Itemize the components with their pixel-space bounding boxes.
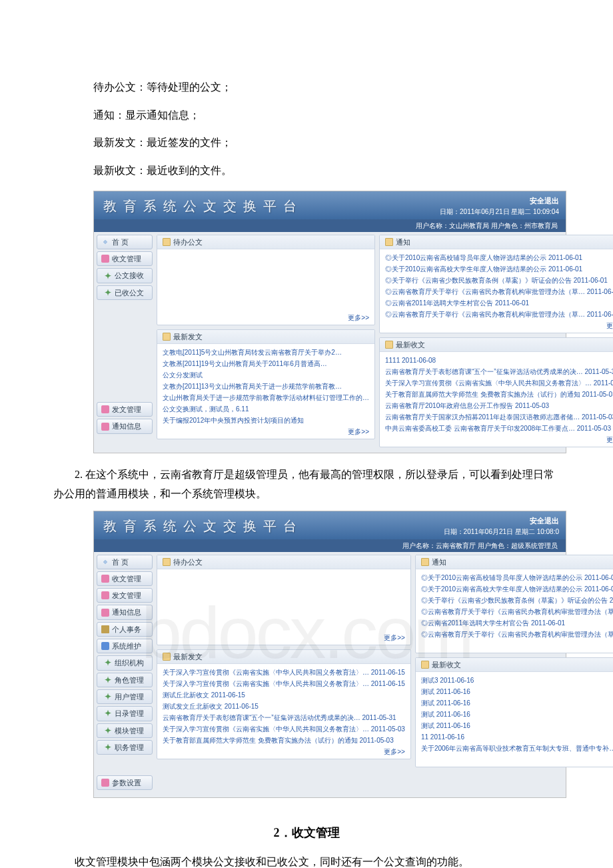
list-item[interactable]: 测试 2011-06-16 <box>421 686 613 697</box>
sidebar-item[interactable]: ✦日录管理 <box>97 706 153 721</box>
pink-icon <box>101 423 109 431</box>
sidebar-item[interactable]: 首 页 <box>97 235 153 249</box>
list-item[interactable]: ◎云南省教育厅关于举行《云南省民办教育机构审批管理办法（草… 2011-06-0… <box>385 286 613 297</box>
panel-notice: 通知 ◎关于2010云南省高校辅导员年度人物评选结果的公示 2011-06-01… <box>415 555 613 653</box>
list-item[interactable]: ◎关于2010云南省高校辅导员年度人物评选结果的公示 2011-06-01 <box>385 252 613 263</box>
list-item[interactable]: 测试3 2011-06-16 <box>421 675 613 686</box>
list-item[interactable]: 云南省教育厅关于表彰德育课“五个一”征集评选活动优秀成果的决… 2011-05-… <box>163 712 405 723</box>
sidebar-item-label: 参数设置 <box>112 778 141 787</box>
blue-icon <box>101 642 109 650</box>
sidebar-item[interactable]: ✦角色管理 <box>97 673 153 687</box>
list-item[interactable]: 关于编报2012年中央预算内投资计划项目的通知 <box>163 415 369 426</box>
list-item[interactable]: 关于深入学习宣传贯彻《云南省实施〈中华人民共和国义务教育法〉… 2011-05-… <box>385 377 613 389</box>
plus-icon: ✦ <box>104 272 112 280</box>
screenshot-1: 教育系统公文交换平台 安全退出 日期：2011年06月21日 星期二 10:09… <box>93 191 566 453</box>
sidebar-item[interactable]: 首 页 <box>97 555 153 569</box>
list-item[interactable]: 关于深入学习宣传贯彻《云南省实施〈中华人民共和国义务教育法〉… 2011-06-… <box>163 667 405 678</box>
list-item[interactable]: 测试发文丘北新收文 2011-06-15 <box>163 701 405 712</box>
pink-icon <box>101 405 109 413</box>
more-link[interactable]: 更多>> <box>157 313 374 325</box>
sidebar-item-label: 发文管理 <box>112 591 141 600</box>
list-item[interactable]: 测试 2011-06-16 <box>421 709 613 720</box>
pink-icon <box>101 779 109 787</box>
sidebar-item-label: 通知信息 <box>112 607 141 617</box>
more-link[interactable]: 更多>> <box>157 747 410 759</box>
list-item[interactable]: ◎关于举行《云南省少数民族教育条例（草案）》听证会的公告 2011-06-01 <box>421 595 613 606</box>
sidebar-item[interactable]: ✦模块管理 <box>97 723 153 738</box>
panel-recv: 最新收文 1111 2011-06-08云南省教育厅关于表彰德育课“五个一”征集… <box>379 337 613 447</box>
sidebar: 首 页收文管理✦公文接收✦已收公文发文管理通知信息 <box>94 232 155 441</box>
list-item[interactable]: ◎云南省教育厅关于举行《云南省民办教育机构审批管理办法（草… 2011-06-0… <box>385 309 613 320</box>
more-link[interactable]: 更多>> <box>157 633 410 645</box>
list-item[interactable]: 1111 2011-06-08 <box>385 355 613 366</box>
more-link[interactable]: 更多>> <box>416 641 613 653</box>
list-item[interactable]: 文山州教育局关于进一步规范学前教育教学活动材料征订管理工作的… <box>163 392 369 403</box>
panel-title-recv: 最新收文 <box>380 338 613 352</box>
sidebar-item[interactable]: ✦组织机构 <box>97 655 153 670</box>
plus-icon: ✦ <box>104 676 112 684</box>
sidebar-item[interactable]: 发文管理 <box>97 588 153 603</box>
sidebar-item[interactable]: 系统维护 <box>97 639 153 653</box>
list-item[interactable]: 云南省教育厅2010年政府信息公开工作报告 2011-05-03 <box>385 400 613 411</box>
sidebar-item[interactable]: 个人事务 <box>97 622 153 637</box>
screenshot-2: 教育系统公文交换平台 安全退出 日期：2011年06月21日 星期二 10:08… <box>93 511 566 798</box>
sidebar-item-label: 角色管理 <box>115 675 144 685</box>
more-link[interactable]: 更多>> <box>380 321 613 333</box>
list-item[interactable]: ◎关于2010云南省高校大学生年度人物评选结果的公示 2011-06-01 <box>421 583 613 595</box>
list-item[interactable]: ◎云南省教育厅关于举行《云南省民办教育机构审批管理办法（草… 2011-06-0… <box>421 629 613 640</box>
pink-icon <box>101 575 109 583</box>
sidebar: 首 页收文管理发文管理通知信息个人事务系统维护✦组织机构✦角色管理✦用户管理✦日… <box>94 552 155 798</box>
plus-icon: ✦ <box>104 709 112 717</box>
app-header: 教育系统公文交换平台 安全退出 日期：2011年06月21日 星期二 10:09… <box>94 191 566 219</box>
panel-title-sent: 最新发文 <box>157 330 374 344</box>
list-item[interactable]: 关于教育部直属师范大学师范生 免费教育实施办法（试行）的通知 2011-05-0… <box>385 389 613 400</box>
list-item[interactable]: 关于2006年云南省高等职业技术教育五年制大专班、普通中专补… 2011-05-… <box>421 743 613 754</box>
list-item[interactable]: 关于深入学习宣传贯彻《云南省实施〈中华人民共和国义务教育法〉… 2011-06-… <box>163 678 405 689</box>
sidebar-item[interactable]: ✦公文接收 <box>97 268 153 283</box>
list-item[interactable]: ◎关于举行《云南省少数民族教育条例（草案）》听证会的公告 2011-06-01 <box>385 275 613 286</box>
list-item[interactable]: ◎云南省2011年选聘大学生村官公告 2011-06-01 <box>385 297 613 309</box>
list-item[interactable]: ◎关于2010云南省高校大学生年度人物评选结果的公示 2011-06-01 <box>385 263 613 275</box>
list-item[interactable]: 关于教育部直属师范大学师范生 免费教育实施办法（试行）的通知 2011-05-0… <box>163 735 405 746</box>
more-link[interactable]: 更多>> <box>380 435 613 447</box>
intro-line: 通知：显示通知信息； <box>93 101 520 129</box>
sidebar-item[interactable]: 收文管理 <box>97 251 153 266</box>
sidebar-item[interactable]: 收文管理 <box>97 571 153 586</box>
more-link[interactable]: 更多>> <box>157 427 374 439</box>
list-item[interactable]: 公文分发测试 <box>163 369 369 381</box>
sidebar-item[interactable]: ✦职务管理 <box>97 740 153 755</box>
list-item[interactable]: 公文交换测试，测试员，6.11 <box>163 403 369 415</box>
panel-sent: 最新发文 文教电[2011]5号文山州教育局转发云南省教育厅关于举办2…文教基[… <box>157 329 375 439</box>
list-item[interactable]: 文教电[2011]5号文山州教育局转发云南省教育厅关于举办2… <box>163 347 369 358</box>
list-item[interactable]: 云南省教育厅关于国家汉办招募2011年赴泰国汉语教师志愿者储… 2011-05-… <box>385 411 613 423</box>
logout-link[interactable]: 安全退出 <box>444 515 559 527</box>
list-item[interactable]: ◎关于2010云南省高校辅导员年度人物评选结果的公示 2011-06-01 <box>421 572 613 583</box>
more-link[interactable]: 更多>> <box>416 755 613 767</box>
list-item[interactable]: 测试丘北新收文 2011-06-15 <box>163 689 405 701</box>
list-item[interactable]: 测试 2011-06-16 <box>421 720 613 731</box>
list-item[interactable]: 中共云南省委高校工委 云南省教育厅关于印发2008年工作要点… 2011-05-… <box>385 423 613 434</box>
sidebar-item[interactable]: 参数设置 <box>97 775 153 790</box>
list-item[interactable]: 文教办[2011]13号文山州教育局关于进一步规范学前教育教… <box>163 381 369 392</box>
plus-icon: ✦ <box>104 727 112 735</box>
list-item[interactable]: 测试 2011-06-16 <box>421 697 613 709</box>
logout-link[interactable]: 安全退出 <box>440 195 559 207</box>
list-item[interactable]: 关于深入学习宣传贯彻《云南省实施〈中华人民共和国义务教育法〉… 2011-05-… <box>163 723 405 735</box>
sidebar-item-label: 模块管理 <box>115 726 144 735</box>
sidebar-item[interactable]: 发文管理 <box>97 402 153 417</box>
platform-title: 教育系统公文交换平台 <box>103 197 303 215</box>
panel-title-pending: 待办公文 <box>157 235 374 249</box>
sidebar-item-label: 已收公文 <box>115 288 144 297</box>
sidebar-item-label: 组织机构 <box>115 658 144 667</box>
list-item[interactable]: 文教基[2011]19号文山州教育局关于2011年6月普通高… <box>163 358 369 369</box>
list-item[interactable]: 11 2011-06-16 <box>421 731 613 743</box>
panel-title-recv: 最新收文 <box>416 658 613 672</box>
list-item[interactable]: 云南省教育厅关于表彰德育课“五个一”征集评选活动优秀成果的决… 2011-05-… <box>385 366 613 377</box>
sidebar-item[interactable]: 通知信息 <box>97 605 153 619</box>
sidebar-item[interactable]: ✦已收公文 <box>97 285 153 300</box>
list-item[interactable]: ◎云南省2011年选聘大学生村官公告 2011-06-01 <box>421 617 613 629</box>
list-item[interactable]: ◎云南省教育厅关于举行《云南省民办教育机构审批管理办法（草… 2011-06-0… <box>421 606 613 617</box>
sidebar-item[interactable]: 通知信息 <box>97 419 153 433</box>
user-bar: 用户名称：云南省教育厅 用户角色：超级系统管理员 <box>94 539 566 552</box>
sidebar-item[interactable]: ✦用户管理 <box>97 689 153 704</box>
